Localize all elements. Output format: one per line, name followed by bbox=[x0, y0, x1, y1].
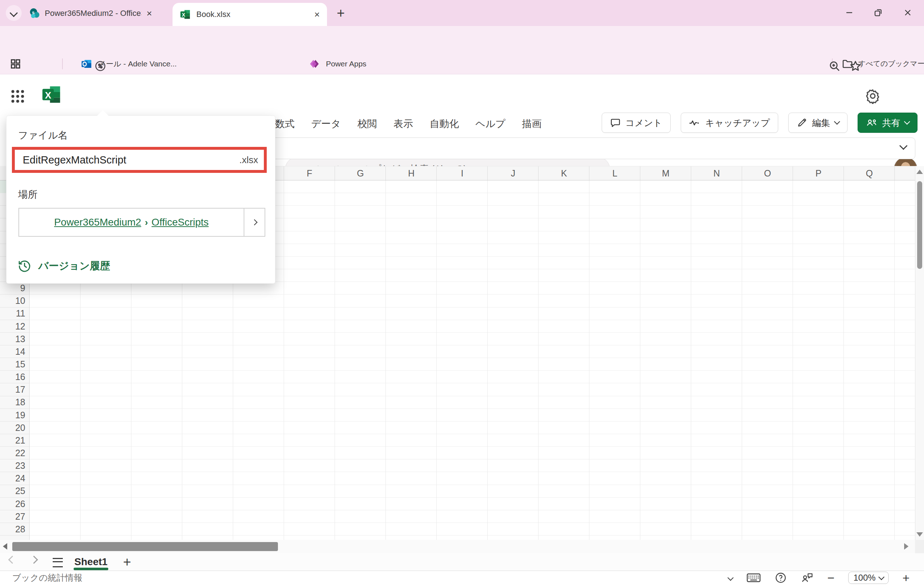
row-header[interactable]: 21 bbox=[0, 434, 25, 447]
row-header[interactable]: 23 bbox=[0, 460, 25, 472]
ribbon-tab[interactable]: 校閲 bbox=[357, 117, 377, 130]
row-header[interactable]: 14 bbox=[0, 345, 25, 358]
browser-tab-sharepoint[interactable]: s Power365Medium2 - OfficeScri × bbox=[24, 3, 165, 24]
file-name-label: ファイル名 bbox=[18, 129, 68, 142]
row-header[interactable]: 20 bbox=[0, 422, 25, 434]
app-launcher-waffle-icon[interactable] bbox=[9, 88, 26, 105]
site-info-icon[interactable] bbox=[94, 60, 106, 72]
side-panel-grid-icon[interactable] bbox=[9, 58, 21, 70]
comments-label: コメント bbox=[625, 117, 662, 129]
scroll-right-arrow[interactable] bbox=[904, 543, 909, 550]
column-header[interactable]: G bbox=[335, 166, 386, 180]
row-header[interactable]: 24 bbox=[0, 472, 25, 484]
column-header[interactable]: I bbox=[437, 166, 488, 180]
column-header[interactable]: K bbox=[538, 166, 589, 180]
all-sheets-menu-button[interactable] bbox=[53, 558, 63, 567]
row-header[interactable]: 22 bbox=[0, 447, 25, 460]
bookmark-label: Power Apps bbox=[326, 59, 366, 68]
browser-tab-book-active[interactable]: X Book.xlsx × bbox=[173, 3, 327, 26]
column-header[interactable]: M bbox=[640, 166, 691, 180]
scroll-left-arrow[interactable] bbox=[3, 543, 7, 550]
pencil-icon bbox=[797, 117, 807, 128]
scroll-up-arrow[interactable] bbox=[916, 170, 923, 174]
ribbon-tab[interactable]: 数式 bbox=[275, 117, 295, 130]
ribbon-tab[interactable]: 表示 bbox=[393, 117, 413, 130]
column-header[interactable]: J bbox=[488, 166, 538, 180]
keyboard-icon[interactable] bbox=[746, 572, 761, 583]
svg-text:s: s bbox=[32, 10, 34, 15]
tab-search-caret-button[interactable] bbox=[6, 5, 21, 21]
expand-formula-bar-button[interactable] bbox=[901, 143, 906, 149]
row-header[interactable]: 19 bbox=[0, 409, 25, 422]
column-header[interactable]: L bbox=[589, 166, 640, 180]
horizontal-scroll-thumb[interactable] bbox=[12, 542, 278, 551]
comments-button[interactable]: コメント bbox=[602, 113, 671, 133]
row-header[interactable]: 16 bbox=[0, 371, 25, 383]
column-header[interactable]: P bbox=[793, 166, 844, 180]
add-sheet-button[interactable]: + bbox=[119, 554, 135, 570]
close-tab-icon[interactable]: × bbox=[147, 9, 152, 18]
bookmark-star-icon[interactable] bbox=[849, 59, 862, 73]
bookmarks-divider bbox=[62, 58, 63, 69]
row-header[interactable]: 26 bbox=[0, 498, 25, 510]
next-sheet-button[interactable] bbox=[31, 557, 37, 563]
zoom-in-button[interactable]: + bbox=[903, 571, 909, 585]
row-header[interactable]: 13 bbox=[0, 333, 25, 345]
row-header[interactable]: 11 bbox=[0, 307, 25, 320]
column-header[interactable]: Q bbox=[844, 166, 895, 180]
hamburger-icon bbox=[53, 558, 63, 567]
chevron-right-icon bbox=[252, 219, 258, 226]
window-restore-button[interactable] bbox=[870, 4, 886, 21]
breadcrumb-folder-link[interactable]: OfficeScripts bbox=[152, 216, 209, 228]
workbook-statistics-label: ブックの統計情報 bbox=[12, 572, 82, 583]
catch-up-button[interactable]: キャッチアップ bbox=[681, 113, 778, 133]
ribbon-tab[interactable]: ヘルプ bbox=[475, 117, 505, 130]
breadcrumb-site-link[interactable]: Power365Medium2 bbox=[54, 216, 141, 228]
row-header[interactable]: 12 bbox=[0, 320, 25, 333]
share-button[interactable]: 共有 bbox=[858, 113, 917, 133]
row-header[interactable]: 28 bbox=[0, 523, 25, 536]
row-header[interactable]: 17 bbox=[0, 383, 25, 396]
column-header[interactable]: F bbox=[284, 166, 335, 180]
zoom-out-button[interactable]: − bbox=[827, 571, 835, 585]
row-header[interactable]: 9 bbox=[0, 282, 25, 295]
horizontal-scrollbar[interactable] bbox=[0, 540, 915, 553]
row-header[interactable]: 25 bbox=[0, 484, 25, 497]
window-minimize-button[interactable] bbox=[841, 4, 858, 21]
vertical-scrollbar[interactable] bbox=[915, 166, 924, 553]
excel-logo-icon[interactable]: X bbox=[41, 84, 61, 105]
ribbon-tab[interactable]: 自動化 bbox=[429, 117, 459, 130]
column-header[interactable]: N bbox=[691, 166, 742, 180]
row-header[interactable]: 10 bbox=[0, 295, 25, 307]
row-header[interactable]: 15 bbox=[0, 358, 25, 371]
file-name-input[interactable] bbox=[15, 154, 239, 166]
settings-gear-icon[interactable] bbox=[865, 88, 881, 104]
vertical-scroll-thumb[interactable] bbox=[917, 181, 922, 269]
help-icon[interactable] bbox=[775, 572, 787, 584]
scroll-down-arrow[interactable] bbox=[916, 532, 923, 537]
ribbon-tab[interactable]: データ bbox=[311, 117, 341, 130]
workbook-statistics-button[interactable]: ブックの統計情報 bbox=[12, 571, 82, 585]
zoom-page-icon[interactable] bbox=[828, 60, 841, 72]
window-close-button[interactable] bbox=[899, 4, 916, 21]
column-header[interactable]: O bbox=[742, 166, 793, 180]
edit-mode-button[interactable]: 編集 bbox=[788, 113, 848, 133]
row-header[interactable]: 18 bbox=[0, 396, 25, 409]
close-tab-icon[interactable]: × bbox=[314, 10, 320, 19]
status-options-chevron[interactable] bbox=[728, 576, 733, 580]
version-history-button[interactable]: バージョン履歴 bbox=[17, 259, 110, 273]
share-people-icon bbox=[866, 117, 878, 128]
feedback-icon[interactable] bbox=[800, 572, 813, 583]
prev-sheet-button[interactable] bbox=[9, 557, 15, 563]
ribbon-tab[interactable]: 描画 bbox=[522, 117, 541, 130]
ribbon-tab-list: 数式データ校閲表示自動化ヘルプ描画 bbox=[275, 115, 541, 133]
open-location-button[interactable] bbox=[244, 209, 264, 236]
zoom-level-dropdown[interactable]: 100% bbox=[848, 572, 889, 584]
ribbon-actions: コメント キャッチアップ 編集 共有 bbox=[602, 113, 917, 133]
row-header[interactable]: 27 bbox=[0, 510, 25, 523]
share-label: 共有 bbox=[882, 117, 900, 129]
bookmark-item-powerapps[interactable]: Power Apps bbox=[309, 53, 366, 74]
column-header[interactable]: H bbox=[386, 166, 437, 180]
new-tab-button[interactable]: + bbox=[333, 5, 349, 21]
pulse-icon bbox=[689, 117, 701, 128]
